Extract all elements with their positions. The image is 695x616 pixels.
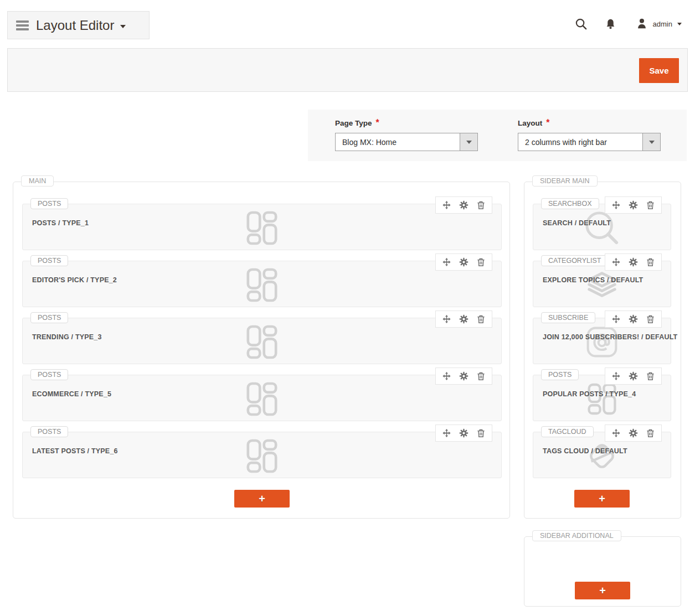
layers-icon xyxy=(585,268,619,302)
sidebar-additional-container: SIDEBAR ADDITIONAL + xyxy=(524,536,681,607)
block-type-badge: SEARCHBOX xyxy=(541,198,599,209)
admin-menu[interactable]: admin xyxy=(653,20,672,28)
trash-icon[interactable] xyxy=(476,371,486,381)
layout-value: 2 columns with right bar xyxy=(518,133,642,151)
block-type-badge: POSTS xyxy=(30,312,68,323)
trash-icon[interactable] xyxy=(476,314,486,324)
required-mark: * xyxy=(376,118,379,127)
block-label: ECOMMERCE / TYPE_5 xyxy=(32,390,111,398)
block-label: SEARCH / DEFAULT xyxy=(543,219,611,227)
block-posts-type3: POSTS TRENDING / TYPE_3 xyxy=(22,318,502,364)
page-type-field: Page Type* Blog MX: Home xyxy=(335,118,478,151)
block-posts-type5: POSTS ECOMMERCE / TYPE_5 xyxy=(22,375,502,421)
block-actions xyxy=(435,425,492,442)
move-icon[interactable] xyxy=(442,257,451,267)
user-icon[interactable] xyxy=(636,18,648,30)
trash-icon[interactable] xyxy=(646,257,655,267)
move-icon[interactable] xyxy=(611,257,621,267)
move-icon[interactable] xyxy=(611,371,621,381)
move-icon[interactable] xyxy=(611,200,621,210)
grid-icon xyxy=(246,211,277,245)
gear-icon[interactable] xyxy=(459,200,469,210)
block-actions xyxy=(435,367,492,385)
block-label: JOIN 12,000 SUBSCRIBERS! / DEFAULT xyxy=(543,333,677,341)
page-type-value: Blog MX: Home xyxy=(336,133,460,151)
notifications-icon[interactable] xyxy=(605,18,616,30)
page-title-dropdown[interactable]: Layout Editor xyxy=(7,11,150,39)
block-label: TAGS CLOUD / DEFAULT xyxy=(543,447,627,455)
block-type-badge: POSTS xyxy=(30,198,68,209)
gear-icon[interactable] xyxy=(459,257,469,267)
block-label: POPULAR POSTS / TYPE_4 xyxy=(543,390,636,398)
gear-icon[interactable] xyxy=(629,257,638,267)
required-mark: * xyxy=(546,118,549,127)
trash-icon[interactable] xyxy=(476,428,486,438)
move-icon[interactable] xyxy=(442,428,451,438)
move-icon[interactable] xyxy=(611,314,621,324)
chevron-down-icon xyxy=(466,141,472,144)
block-label: LATEST POSTS / TYPE_6 xyxy=(32,447,118,455)
trash-icon[interactable] xyxy=(646,428,655,438)
block-categorylist: CATEGORYLIST EXPLORE TOPICS / DEFAULT xyxy=(533,261,671,307)
gear-icon[interactable] xyxy=(629,314,638,324)
grid-icon xyxy=(246,382,277,416)
block-posts-type4: POSTS POPULAR POSTS / TYPE_4 xyxy=(533,375,671,421)
add-block-button[interactable]: + xyxy=(575,582,630,599)
block-label: TRENDING / TYPE_3 xyxy=(32,333,102,341)
at-icon xyxy=(586,326,618,358)
layout-settings-form: Page Type* Blog MX: Home Layout* 2 colum… xyxy=(308,110,687,161)
tag-icon xyxy=(585,439,619,473)
block-type-badge: POSTS xyxy=(541,369,579,380)
add-block-button[interactable]: + xyxy=(574,490,630,508)
grid-icon xyxy=(246,439,277,473)
trash-icon[interactable] xyxy=(646,200,655,210)
block-actions xyxy=(605,196,662,214)
select-arrow-button[interactable] xyxy=(460,133,477,151)
block-label: EXPLORE TOPICS / DEFAULT xyxy=(543,276,643,284)
page-header: Layout Editor admin xyxy=(0,0,695,48)
main-container: MAIN POSTS POSTS / TYPE_1 POSTS EDITOR'S… xyxy=(13,182,510,519)
block-type-badge: POSTS xyxy=(30,369,68,380)
chevron-down-icon xyxy=(649,141,655,144)
menu-icon[interactable] xyxy=(16,20,29,30)
page-title: Layout Editor xyxy=(36,18,114,33)
chevron-down-icon[interactable] xyxy=(677,23,682,25)
block-type-badge: SUBSCRIBE xyxy=(541,312,595,323)
action-toolbar: Save xyxy=(7,48,688,92)
select-arrow-button[interactable] xyxy=(642,133,660,151)
search-icon[interactable] xyxy=(575,18,588,30)
gear-icon[interactable] xyxy=(459,371,469,381)
block-subscribe: SUBSCRIBE JOIN 12,000 SUBSCRIBERS! / DEF… xyxy=(533,318,671,364)
gear-icon[interactable] xyxy=(629,200,638,210)
gear-icon[interactable] xyxy=(459,428,469,438)
save-button[interactable]: Save xyxy=(639,58,679,83)
block-posts-type6: POSTS LATEST POSTS / TYPE_6 xyxy=(22,432,502,478)
move-icon[interactable] xyxy=(442,371,451,381)
trash-icon[interactable] xyxy=(646,314,655,324)
grid-icon xyxy=(246,325,277,359)
block-actions xyxy=(435,253,492,271)
layout-select[interactable]: 2 columns with right bar xyxy=(518,133,661,151)
gear-icon[interactable] xyxy=(629,428,638,438)
block-label: EDITOR'S PICK / TYPE_2 xyxy=(32,276,117,284)
block-actions xyxy=(435,310,492,328)
trash-icon[interactable] xyxy=(476,200,486,210)
trash-icon[interactable] xyxy=(646,371,655,381)
move-icon[interactable] xyxy=(611,428,621,438)
layout-label: Layout xyxy=(518,119,542,127)
block-actions xyxy=(435,196,492,214)
header-actions: admin xyxy=(575,0,695,48)
grid-icon xyxy=(588,383,616,415)
trash-icon[interactable] xyxy=(476,257,486,267)
add-block-button[interactable]: + xyxy=(234,490,290,508)
sidebar-main-legend: SIDEBAR MAIN xyxy=(532,175,598,187)
chevron-down-icon xyxy=(120,25,126,28)
page-type-label: Page Type xyxy=(335,119,372,127)
move-icon[interactable] xyxy=(442,200,451,210)
move-icon[interactable] xyxy=(442,314,451,324)
gear-icon[interactable] xyxy=(629,371,638,381)
gear-icon[interactable] xyxy=(459,314,469,324)
block-actions xyxy=(605,310,662,328)
sidebar-additional-legend: SIDEBAR ADDITIONAL xyxy=(532,530,621,541)
page-type-select[interactable]: Blog MX: Home xyxy=(335,133,478,151)
